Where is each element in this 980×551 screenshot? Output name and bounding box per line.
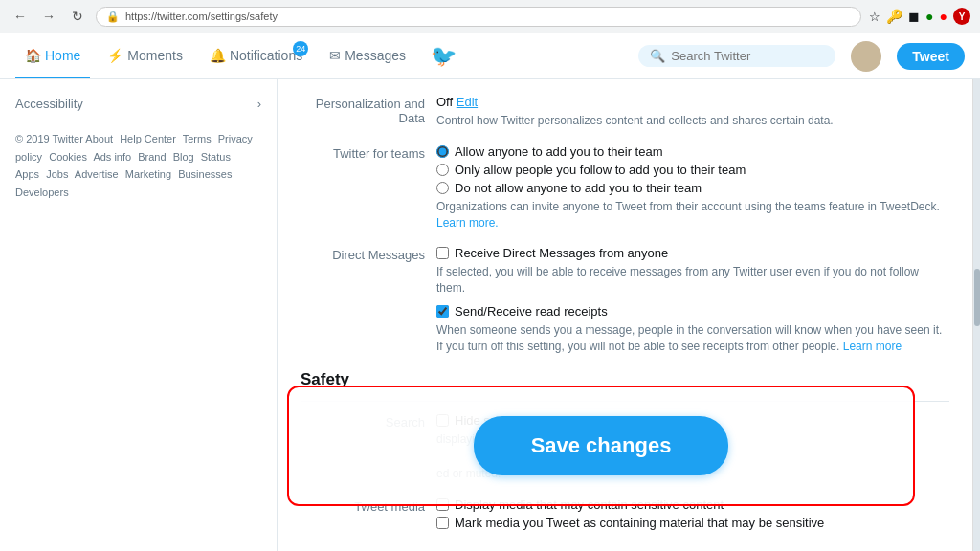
radio-allow-anyone-input[interactable] [436, 145, 449, 158]
profile-icon: Y [953, 8, 970, 25]
copyright-text: © 2019 Twitter [15, 133, 83, 144]
ext-icon-4: ● [940, 9, 947, 24]
personalization-value: Off [436, 95, 453, 109]
dm-checkbox1[interactable] [436, 247, 449, 259]
browser-icons: ☆ 🔑 ◼ ● ● Y [869, 8, 970, 25]
refresh-button[interactable]: ↻ [67, 6, 88, 27]
radio-allow-anyone-label: Allow anyone to add you to their team [455, 144, 663, 159]
twitter-teams-row: Twitter for teams Allow anyone to add yo… [301, 144, 949, 231]
direct-messages-content: Receive Direct Messages from anyone If s… [436, 246, 949, 354]
nav-moments[interactable]: ⚡ Moments [98, 33, 192, 78]
nav-notifications-label: Notifications [230, 48, 302, 63]
nav-notifications[interactable]: 🔔 Notifications 24 [200, 33, 312, 78]
browser-chrome: ← → ↻ 🔒 https://twitter.com/settings/saf… [0, 0, 980, 33]
dm-desc2: When someone sends you a message, people… [436, 322, 949, 355]
tweet-button[interactable]: Tweet [897, 43, 965, 70]
accessibility-label: Accessibility [15, 97, 83, 111]
footer-link-cookies[interactable]: Cookies [49, 151, 87, 163]
footer-link-help[interactable]: Help Center [120, 133, 176, 144]
moments-icon: ⚡ [107, 48, 123, 63]
twitter-teams-desc: Organizations can invite anyone to Tweet… [436, 199, 949, 231]
footer-link-apps[interactable]: Apps [15, 168, 39, 180]
nav-messages-label: Messages [345, 48, 406, 63]
footer-link-developers[interactable]: Developers [15, 187, 69, 198]
radio-only-follow-label: Only allow people you follow to add you … [455, 163, 746, 177]
direct-messages-row: Direct Messages Receive Direct Messages … [301, 246, 949, 354]
save-changes-overlay: Save changes [287, 386, 915, 506]
nav-moments-label: Moments [127, 48, 183, 63]
personalization-content: Off Edit Control how Twitter personalize… [436, 95, 949, 129]
dm-checkbox1-option[interactable]: Receive Direct Messages from anyone [436, 246, 949, 260]
sidebar-item-accessibility[interactable]: Accessibility › [0, 89, 277, 119]
sidebar: Accessibility › © 2019 Twitter About Hel… [0, 79, 278, 551]
footer-link-about[interactable]: About [85, 133, 113, 144]
scrollbar[interactable] [972, 79, 980, 551]
personalization-desc: Control how Twitter personalizes content… [436, 113, 949, 129]
twitter-teams-content: Allow anyone to add you to their team On… [436, 144, 949, 231]
dm-checkbox2-option[interactable]: Send/Receive read receipts [436, 304, 949, 319]
personalization-edit-link[interactable]: Edit [457, 95, 478, 109]
footer-link-businesses[interactable]: Businesses [178, 168, 232, 180]
twitter-header: 🏠 Home ⚡ Moments 🔔 Notifications 24 ✉ Me… [0, 33, 980, 79]
footer-link-brand[interactable]: Brand [138, 151, 166, 163]
footer-link-marketing[interactable]: Marketing [125, 168, 171, 180]
search-input[interactable] [671, 49, 824, 63]
home-icon: 🏠 [25, 48, 41, 63]
twitter-logo: 🐦 [431, 44, 457, 69]
twitter-teams-label: Twitter for teams [301, 144, 425, 231]
avatar [851, 41, 881, 72]
ext-icon-1: 🔑 [886, 9, 902, 24]
twitter-teams-learn-more[interactable]: Learn more. [436, 216, 499, 230]
nav-home-label: Home [45, 48, 80, 63]
messages-icon: ✉ [329, 48, 341, 63]
main-layout: Accessibility › © 2019 Twitter About Hel… [0, 79, 980, 551]
dm-learn-more[interactable]: Learn more [843, 340, 902, 353]
mark-sensitive-option[interactable]: Mark media you Tweet as containing mater… [436, 516, 949, 530]
direct-messages-label: Direct Messages [301, 246, 425, 354]
personalization-row: Personalization and Data Off Edit Contro… [301, 95, 949, 129]
address-bar[interactable]: 🔒 https://twitter.com/settings/safety [96, 7, 861, 27]
search-bar[interactable]: 🔍 [638, 45, 835, 67]
mark-sensitive-label: Mark media you Tweet as containing mater… [455, 516, 824, 530]
star-icon: ☆ [869, 10, 880, 24]
dm-checkbox2[interactable] [436, 305, 449, 318]
ext-icon-2: ◼ [908, 9, 920, 24]
settings-content: Personalization and Data Off Edit Contro… [278, 79, 972, 551]
footer-link-terms[interactable]: Terms [183, 133, 212, 144]
dm-checkbox2-label: Send/Receive read receipts [455, 304, 608, 319]
footer-link-advertise[interactable]: Advertise [75, 168, 119, 180]
radio-do-not-allow-input[interactable] [436, 182, 449, 194]
footer-link-status[interactable]: Status [201, 151, 231, 163]
mark-sensitive-checkbox[interactable] [436, 517, 449, 529]
radio-do-not-allow-label: Do not allow anyone to add you to their … [455, 181, 702, 195]
nav-messages[interactable]: ✉ Messages [320, 33, 415, 78]
notification-badge: 24 [293, 41, 308, 56]
radio-only-follow-input[interactable] [436, 164, 449, 176]
lock-icon: 🔒 [106, 11, 120, 23]
save-changes-big-button[interactable]: Save changes [474, 416, 729, 475]
sidebar-footer: © 2019 Twitter About Help Center Terms P… [0, 119, 277, 213]
scrollbar-thumb[interactable] [974, 269, 980, 326]
forward-button[interactable]: → [38, 6, 59, 27]
radio-do-not-allow[interactable]: Do not allow anyone to add you to their … [436, 181, 949, 195]
dm-checkbox1-label: Receive Direct Messages from anyone [455, 246, 668, 260]
chevron-right-icon: › [257, 97, 261, 111]
radio-allow-anyone[interactable]: Allow anyone to add you to their team [436, 144, 949, 159]
dm-desc1: If selected, you will be able to receive… [436, 264, 949, 297]
footer-link-blog[interactable]: Blog [173, 151, 194, 163]
notifications-icon: 🔔 [210, 48, 226, 63]
nav-home[interactable]: 🏠 Home [15, 33, 90, 78]
radio-only-follow[interactable]: Only allow people you follow to add you … [436, 163, 949, 177]
search-icon: 🔍 [650, 49, 665, 63]
ext-icon-3: ● [925, 9, 933, 24]
personalization-label: Personalization and Data [301, 95, 425, 129]
footer-link-jobs[interactable]: Jobs [46, 168, 68, 180]
url-text: https://twitter.com/settings/safety [125, 11, 278, 22]
back-button[interactable]: ← [10, 6, 31, 27]
footer-link-adsinfo[interactable]: Ads info [93, 151, 131, 163]
